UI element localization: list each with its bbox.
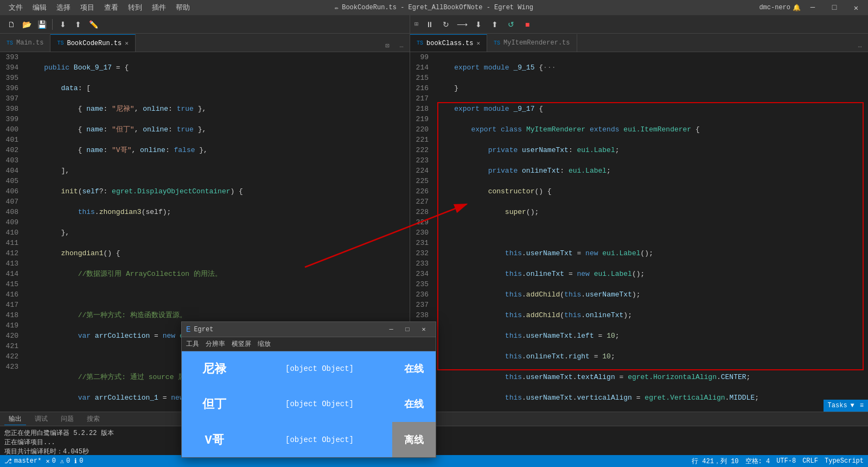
tab-label-active: BookCodeRun.ts: [67, 40, 122, 47]
tab-actions: ⊡ …: [379, 40, 410, 52]
menu-project[interactable]: 项目: [76, 2, 99, 14]
ts-icon4: TS: [494, 40, 500, 46]
output-tab-debug[interactable]: 调试: [30, 413, 52, 425]
notification-icon[interactable]: 🔔: [793, 4, 801, 12]
toolbars-row: 🗋 📂 💾 ⬇ ⬆ ✏️ ⊞ ⏸ ↻ ⟶ ⬇ ⬆ ↺ ■: [0, 15, 868, 34]
tab-main-ts[interactable]: TS Main.ts: [0, 34, 50, 52]
upload-button[interactable]: ⬆: [71, 18, 85, 31]
tab-bookclass-close[interactable]: ✕: [476, 40, 480, 47]
menu-select[interactable]: 选择: [52, 2, 75, 14]
left-line-numbers: 393394395396397 398399400401402 40340440…: [0, 52, 23, 412]
error-count[interactable]: ✕ 0: [46, 457, 55, 465]
egret-content: 尼禄 [object Object] 在线 但丁 [object Object]…: [182, 351, 436, 457]
tab-myitem-label: MyItemRenderer.ts: [503, 39, 570, 47]
egret-menu-tools[interactable]: 工具: [186, 339, 199, 349]
output-tab-search[interactable]: 搜索: [82, 413, 104, 425]
stop-debug-button[interactable]: ■: [520, 18, 534, 31]
egret-obj-3: [object Object]: [247, 422, 392, 457]
egret-controls: ─ □ ✕: [384, 324, 431, 336]
git-branch[interactable]: ⎇ master*: [4, 457, 41, 465]
menu-view[interactable]: 查看: [100, 2, 123, 14]
pause-button[interactable]: ⏸: [423, 18, 437, 31]
tab-bookclass-ts[interactable]: TS bookClass.ts ✕: [410, 34, 487, 52]
menu-plugin[interactable]: 插件: [148, 2, 170, 14]
step-into-button[interactable]: ⬇: [471, 18, 486, 31]
indentation[interactable]: 空格: 4: [745, 457, 770, 466]
tab-more-button[interactable]: …: [395, 40, 407, 52]
menu-bar: 文件 编辑 选择 项目 查看 转到 插件 帮助 ✏️ BookCodeRun.t…: [0, 0, 868, 15]
debug-toolbar: ⊞ ⏸ ↻ ⟶ ⬇ ⬆ ↺ ■: [410, 15, 868, 33]
right-tab-actions: …: [852, 40, 868, 52]
git-branch-icon: ⎇: [4, 457, 12, 465]
ts-icon: TS: [7, 40, 13, 46]
output-tab-output[interactable]: 输出: [4, 413, 26, 425]
warning-icon: ⚠: [60, 457, 64, 465]
egret-window: E Egret ─ □ ✕ 工具 分辨率 横竖屏 缩放 尼禄 [object O…: [181, 321, 436, 458]
right-editor: TS bookClass.ts ✕ TS MyItemRenderer.ts ……: [410, 34, 868, 412]
info-count[interactable]: ℹ 0: [74, 457, 83, 465]
window-title: ✏️ BookCodeRun.ts - Egret_AllBookOfNote …: [335, 4, 533, 12]
menu-edit[interactable]: 编辑: [28, 2, 51, 14]
warning-count[interactable]: ⚠ 0: [60, 457, 70, 465]
egret-minimize-button[interactable]: ─: [384, 324, 399, 336]
ts-icon3: TS: [417, 40, 423, 46]
egret-close-button[interactable]: ✕: [416, 324, 431, 336]
status-bar-left: ⎇ master* ✕ 0 ⚠ 0 ℹ 0: [4, 457, 84, 465]
tab-bookcode-ts[interactable]: TS BookCodeRun.ts ✕: [50, 34, 135, 52]
egret-menu-zoom[interactable]: 缩放: [258, 339, 271, 349]
step-over-button[interactable]: ⟶: [455, 18, 469, 31]
split-editor-button[interactable]: ⊡: [381, 40, 393, 52]
tab-close-button[interactable]: ✕: [125, 40, 129, 47]
minimize-button[interactable]: ─: [803, 0, 822, 15]
status-bar-right: 行 421，列 10 空格: 4 UTF-8 CRLF TypeScript: [692, 457, 864, 466]
egret-status-3: 离线: [392, 422, 436, 457]
tab-bookclass-label: bookClass.ts: [426, 40, 473, 47]
maximize-button[interactable]: □: [825, 0, 844, 15]
output-tab-problems[interactable]: 问题: [56, 413, 78, 425]
egret-status-1: 在线: [392, 351, 436, 387]
error-icon: ✕: [46, 457, 49, 465]
egret-menu: 工具 分辨率 横竖屏 缩放: [182, 337, 436, 351]
language-mode[interactable]: TypeScript: [825, 457, 864, 465]
egret-obj-2: [object Object]: [247, 387, 392, 422]
download-button[interactable]: ⬇: [56, 18, 70, 31]
left-toolbar: 🗋 📂 💾 ⬇ ⬆ ✏️: [0, 15, 410, 33]
menu-file[interactable]: 文件: [4, 2, 27, 14]
egret-name-1: 尼禄: [182, 351, 247, 387]
new-file-button[interactable]: 🗋: [4, 18, 18, 31]
right-code-content[interactable]: 99214215216217 218219220221222 223224225…: [410, 52, 868, 412]
tasks-dropdown-icon: ▼: [851, 402, 854, 409]
line-ending[interactable]: CRLF: [802, 457, 818, 465]
right-more-button[interactable]: …: [854, 40, 866, 52]
tasks-selector[interactable]: Tasks ▼ ≡: [824, 400, 868, 412]
egret-title: E Egret: [186, 325, 384, 334]
close-button[interactable]: ✕: [846, 0, 866, 15]
debug-grid-icon: ⊞: [414, 20, 418, 28]
file-encoding[interactable]: UTF-8: [776, 457, 796, 465]
save-button[interactable]: 💾: [35, 18, 49, 31]
egret-obj-1: [object Object]: [247, 351, 392, 387]
tasks-icon: ≡: [860, 402, 864, 409]
open-button[interactable]: 📂: [20, 18, 34, 31]
egret-menu-orientation[interactable]: 横竖屏: [232, 339, 251, 349]
ts-icon2: TS: [57, 40, 63, 46]
right-tab-bar: TS bookClass.ts ✕ TS MyItemRenderer.ts …: [410, 34, 868, 52]
restart-debug-button[interactable]: ↺: [504, 18, 518, 31]
cursor-position[interactable]: 行 421，列 10: [692, 457, 738, 466]
pen-button[interactable]: ✏️: [86, 18, 100, 31]
right-code-lines: export module _9_15 {··· } export module…: [433, 52, 868, 412]
tasks-label: Tasks: [828, 402, 847, 409]
egret-name-2: 但丁: [182, 387, 247, 422]
toolbar-separator: [52, 19, 53, 30]
egret-menu-resolution[interactable]: 分辨率: [206, 339, 225, 349]
menu-help[interactable]: 帮助: [171, 2, 194, 14]
info-icon: ℹ: [74, 457, 77, 465]
tab-myitemrenderer-ts[interactable]: TS MyItemRenderer.ts: [487, 34, 577, 52]
egret-row-2: 但丁 [object Object] 在线: [182, 387, 436, 422]
step-out-button[interactable]: ⬆: [488, 18, 502, 31]
refresh-button[interactable]: ↻: [439, 18, 453, 31]
egret-name-3: V哥: [182, 422, 247, 457]
egret-logo: E: [186, 325, 190, 334]
egret-maximize-button[interactable]: □: [400, 324, 415, 336]
menu-goto[interactable]: 转到: [124, 2, 146, 14]
